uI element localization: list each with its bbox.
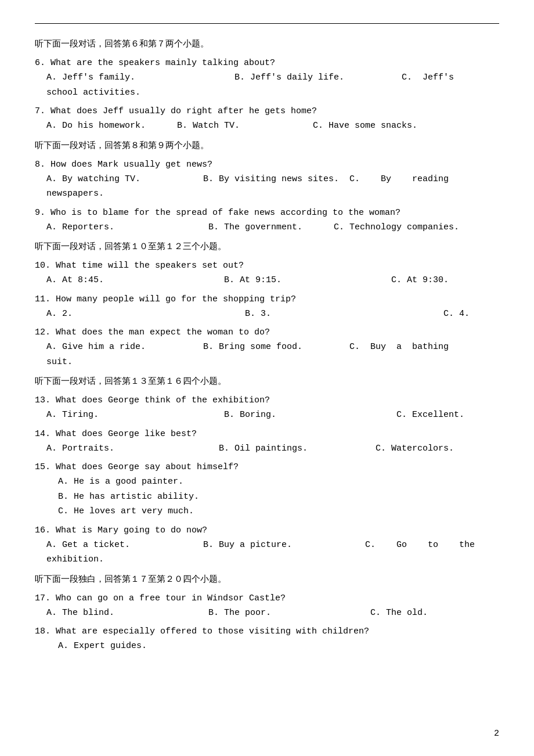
section-intro-13-16: 听下面一段对话，回答第１３至第１６四个小题。: [35, 374, 499, 388]
question-15-text: 15. What does George say about himself?: [35, 460, 499, 474]
option-18a: A. Expert guides.: [58, 639, 499, 654]
question-15: 15. What does George say about himself? …: [35, 460, 499, 519]
top-divider: [35, 23, 499, 24]
section-10-12: 听下面一段对话，回答第１０至第１２三个小题。 10. What time wil…: [35, 239, 499, 369]
question-12-text: 12. What does the man expect the woman t…: [35, 326, 499, 340]
option-16c-cont: exhibition.: [46, 555, 104, 564]
question-12: 12. What does the man expect the woman t…: [35, 326, 499, 369]
question-9: 9. Who is to blame for the spread of fak…: [35, 206, 499, 235]
section-intro-10-12: 听下面一段对话，回答第１０至第１２三个小题。: [35, 239, 499, 253]
page-number: 2: [494, 729, 499, 739]
question-9-options: A. Reporters. B. The government. C. Tech…: [35, 220, 499, 235]
option-7a: A. Do his homework. B. Watch TV. C. Have…: [46, 121, 417, 131]
question-14-options: A. Portraits. B. Oil paintings. C. Water…: [35, 441, 499, 456]
question-14-text: 14. What does George like best?: [35, 427, 499, 441]
option-13abc: A. Tiring. B. Boring. C. Excellent.: [46, 410, 464, 420]
question-9-text: 9. Who is to blame for the spread of fak…: [35, 206, 499, 220]
question-16-options: A. Get a ticket. B. Buy a picture. C. Go…: [35, 538, 499, 567]
section-6-7: 听下面一段对话，回答第６和第７两个小题。 6. What are the spe…: [35, 37, 499, 134]
question-17-text: 17. Who can go on a free tour in Windsor…: [35, 592, 499, 606]
option-6c-cont: school activities.: [46, 88, 140, 98]
question-8-options: A. By watching TV. B. By visiting news s…: [35, 172, 499, 201]
question-6: 6. What are the speakers mainly talking …: [35, 56, 499, 100]
section-intro-17-20: 听下面一段独白，回答第１７至第２０四个小题。: [35, 572, 499, 586]
question-16: 16. What is Mary going to do now? A. Get…: [35, 524, 499, 567]
option-14abc: A. Portraits. B. Oil paintings. C. Water…: [46, 444, 454, 453]
option-17abc: A. The blind. B. The poor. C. The old.: [46, 608, 428, 618]
option-6a: A. Jeff's family. B. Jeff's daily life. …: [46, 73, 454, 82]
option-15c: C. He loves art very much.: [58, 504, 499, 519]
question-8: 8. How does Mark usually get news? A. By…: [35, 158, 499, 201]
question-15-options: A. He is a good painter. B. He has artis…: [35, 474, 499, 519]
question-14: 14. What does George like best? A. Portr…: [35, 427, 499, 456]
question-10: 10. What time will the speakers set out?…: [35, 259, 499, 288]
question-18-text: 18. What are especially offered to those…: [35, 625, 499, 639]
question-6-options: A. Jeff's family. B. Jeff's daily life. …: [35, 70, 499, 100]
question-17-options: A. The blind. B. The poor. C. The old.: [35, 606, 499, 621]
option-11abc: A. 2. B. 3. C. 4.: [46, 309, 470, 319]
question-18: 18. What are especially offered to those…: [35, 625, 499, 654]
question-11-text: 11. How many people will go for the shop…: [35, 293, 499, 307]
option-9abc: A. Reporters. B. The government. C. Tech…: [46, 222, 459, 232]
question-7: 7. What does Jeff usually do right after…: [35, 105, 499, 134]
section-13-16: 听下面一段对话，回答第１３至第１６四个小题。 13. What does Geo…: [35, 374, 499, 567]
question-12-options: A. Give him a ride. B. Bring some food. …: [35, 340, 499, 369]
option-10abc: A. At 8:45. B. At 9:15. C. At 9:30.: [46, 275, 449, 285]
option-15a: A. He is a good painter.: [58, 474, 499, 489]
question-13-text: 13. What does George think of the exhibi…: [35, 394, 499, 408]
question-10-text: 10. What time will the speakers set out?: [35, 259, 499, 273]
question-16-text: 16. What is Mary going to do now?: [35, 524, 499, 538]
section-intro-8-9: 听下面一段对话，回答第８和第９两个小题。: [35, 138, 499, 152]
question-7-text: 7. What does Jeff usually do right after…: [35, 105, 499, 118]
option-12abc: A. Give him a ride. B. Bring some food. …: [46, 342, 449, 352]
question-8-text: 8. How does Mark usually get news?: [35, 158, 499, 172]
question-11: 11. How many people will go for the shop…: [35, 293, 499, 322]
section-17-20: 听下面一段独白，回答第１７至第２０四个小题。 17. Who can go on…: [35, 572, 499, 654]
question-13: 13. What does George think of the exhibi…: [35, 394, 499, 423]
section-8-9: 听下面一段对话，回答第８和第９两个小题。 8. How does Mark us…: [35, 138, 499, 235]
question-13-options: A. Tiring. B. Boring. C. Excellent.: [35, 408, 499, 423]
question-10-options: A. At 8:45. B. At 9:15. C. At 9:30.: [35, 273, 499, 288]
question-6-text: 6. What are the speakers mainly talking …: [35, 56, 499, 70]
question-11-options: A. 2. B. 3. C. 4.: [35, 307, 499, 322]
question-17: 17. Who can go on a free tour in Windsor…: [35, 592, 499, 621]
option-15b: B. He has artistic ability.: [58, 489, 499, 505]
question-18-options: A. Expert guides.: [35, 639, 499, 654]
option-8abc: A. By watching TV. B. By visiting news s…: [46, 174, 449, 184]
option-16abc: A. Get a ticket. B. Buy a picture. C. Go…: [46, 540, 475, 550]
option-8c-cont: newspapers.: [46, 189, 104, 199]
option-12c-cont: suit.: [46, 357, 73, 367]
question-7-options: A. Do his homework. B. Watch TV. C. Have…: [35, 118, 499, 134]
section-intro-6-7: 听下面一段对话，回答第６和第７两个小题。: [35, 37, 499, 51]
